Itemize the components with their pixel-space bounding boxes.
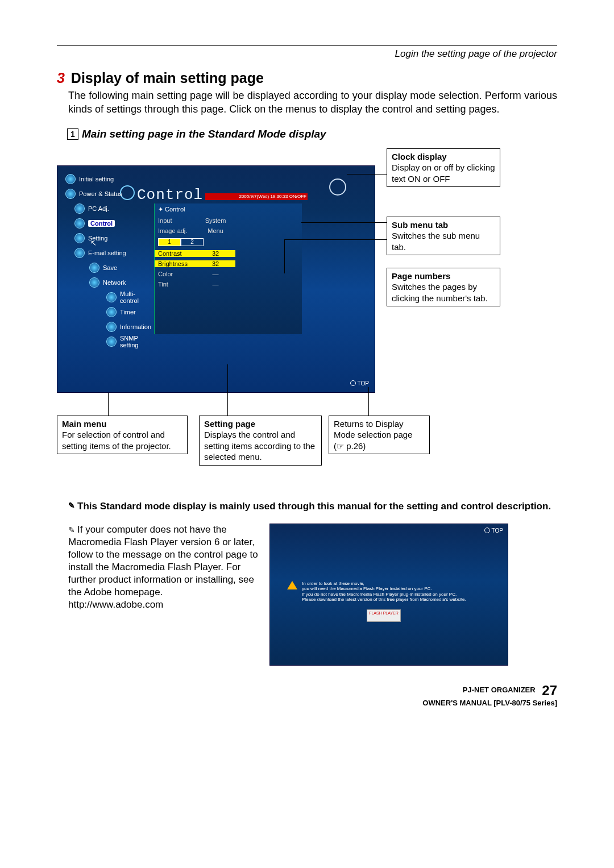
flash-warning: In order to look at these movie,you will… <box>287 581 484 603</box>
menu-icon <box>89 277 99 288</box>
menu-icon <box>65 189 76 199</box>
note-bold: ✎ This Standard mode display is mainly u… <box>68 501 557 512</box>
section-body: The following main setting page will be … <box>68 89 557 117</box>
callout-settingpage: Setting pageDisplays the control and set… <box>199 416 322 466</box>
panel-title: ✦ Control <box>155 203 302 215</box>
leader-line <box>347 174 387 175</box>
top-link[interactable]: TOP <box>350 380 369 387</box>
footer: PJ-NET ORGANIZER 27 OWNER'S MANUAL [PLV-… <box>57 683 557 707</box>
main-menu: Initial settingPower & StatusPC Adj.Cont… <box>61 172 152 349</box>
sidebar-item-label: Multi-control <box>120 290 152 304</box>
leader-line <box>284 239 285 273</box>
sidebar-item[interactable]: Control <box>61 216 152 231</box>
sidebar-item-label: Control <box>88 220 115 227</box>
submenu-row[interactable]: InputSystem <box>155 215 302 226</box>
callout-pagenumbers: Page numbersSwitches the pages by clicki… <box>387 268 500 307</box>
sidebar-item-label: Information <box>120 323 151 330</box>
flash-player-button[interactable]: FLASH PLAYER <box>367 609 401 622</box>
leader-line <box>368 387 369 416</box>
callout-return: Returns to Display Mode selection page (… <box>329 416 430 455</box>
callout-submenu: Sub menu tabSwitches the sub menu tab. <box>387 217 500 256</box>
sidebar-item-label: Network <box>103 279 126 286</box>
sidebar-item-label: E-mail setting <box>88 250 126 256</box>
leader-line <box>284 239 387 240</box>
menu-icon <box>89 263 99 273</box>
page-tabs: 12 <box>158 238 302 246</box>
menu-icon <box>106 322 117 332</box>
breadcrumb: Login the setting page of the projector <box>57 48 557 60</box>
sidebar-item[interactable]: E-mail setting <box>61 246 152 260</box>
top-link[interactable]: TOP <box>484 528 503 534</box>
menu-icon <box>74 203 85 214</box>
sidebar-item[interactable]: Network <box>61 275 152 290</box>
flash-screenshot: TOP In order to look at these movie,you … <box>269 524 508 666</box>
flash-note: ✎If your computer does not have the Macr… <box>68 524 262 666</box>
menu-icon <box>74 218 85 229</box>
sidebar-item[interactable]: SNMP setting <box>61 334 152 349</box>
page-number: 27 <box>542 683 557 698</box>
subsection-number: 1 <box>67 128 78 140</box>
subsection-title-text: Main setting page in the Standard Mode d… <box>82 128 326 140</box>
sidebar-item[interactable]: Timer <box>61 305 152 319</box>
diagram-area: Control 2005/9/7(Wed) 19:30:33 ON/OFF In… <box>57 148 557 489</box>
sidebar-item[interactable]: Information <box>61 319 152 334</box>
footer-product: PJ-NET ORGANIZER <box>463 686 536 694</box>
hand-icon: ✎ <box>68 501 75 512</box>
sidebar-item[interactable]: Save <box>61 260 152 275</box>
menu-icon <box>106 337 117 347</box>
cursor-icon: ↖ <box>90 239 97 247</box>
sidebar-item-label: PC Adj. <box>88 205 109 212</box>
section-number: 3 <box>57 70 65 86</box>
footer-manual: OWNER'S MANUAL [PLV-80/75 Series] <box>422 699 557 707</box>
warning-icon <box>287 581 297 589</box>
flash-message: In order to look at these movie,you will… <box>302 581 484 603</box>
param-row[interactable]: Brightness32 <box>155 259 302 269</box>
top-rule <box>57 45 557 46</box>
sidebar-item[interactable]: PC Adj. <box>61 201 152 216</box>
hand-icon: ✎ <box>68 525 75 534</box>
sidebar-item-label: Save <box>103 264 117 271</box>
refresh-icon <box>350 380 356 386</box>
menu-icon <box>65 174 76 184</box>
subsection-title: 1 Main setting page in the Standard Mode… <box>67 128 557 140</box>
sidebar-item[interactable]: Power & Status <box>61 186 152 201</box>
sidebar-item[interactable]: Setting <box>61 231 152 246</box>
leader-line <box>108 393 109 416</box>
submenu-row[interactable]: Image adj.Menu <box>155 226 302 236</box>
sidebar-item[interactable]: Initial setting <box>61 172 152 186</box>
refresh-icon <box>484 528 490 533</box>
leader-line <box>301 222 387 223</box>
sidebar-item-label: SNMP setting <box>120 335 152 348</box>
menu-icon <box>106 292 117 302</box>
sidebar-item-label: Initial setting <box>79 176 114 182</box>
callout-mainmenu: Main menuFor selection of control and se… <box>57 416 188 455</box>
flash-section: ✎If your computer does not have the Macr… <box>68 524 557 666</box>
adobe-url: http://www.adobe.com <box>68 599 163 610</box>
param-row[interactable]: Tint— <box>155 279 302 289</box>
menu-icon <box>74 233 85 243</box>
date-bar[interactable]: 2005/9/7(Wed) 19:30:33 ON/OFF <box>205 193 308 200</box>
param-row[interactable]: Color— <box>155 269 302 279</box>
leader-line <box>227 364 228 416</box>
sidebar-item-label: Timer <box>120 309 136 315</box>
param-row[interactable]: Contrast32 <box>155 248 302 259</box>
sidebar-item[interactable]: Multi-control <box>61 290 152 305</box>
page-tab[interactable]: 2 <box>181 238 204 246</box>
sidebar-item-label: Power & Status <box>79 190 122 197</box>
section-title-text: Display of main setting page <box>71 70 264 86</box>
menu-icon <box>106 307 117 317</box>
page-tab[interactable]: 1 <box>158 238 181 246</box>
clock-icon[interactable] <box>329 178 346 196</box>
callout-clock: Clock displayDisplay on or off by clicki… <box>387 148 500 188</box>
setting-panel: ✦ Control InputSystemImage adj.Menu 12 C… <box>154 203 302 334</box>
menu-icon <box>74 248 85 258</box>
app-screenshot: Control 2005/9/7(Wed) 19:30:33 ON/OFF In… <box>57 165 375 393</box>
section-title: 3 Display of main setting page <box>57 70 557 86</box>
